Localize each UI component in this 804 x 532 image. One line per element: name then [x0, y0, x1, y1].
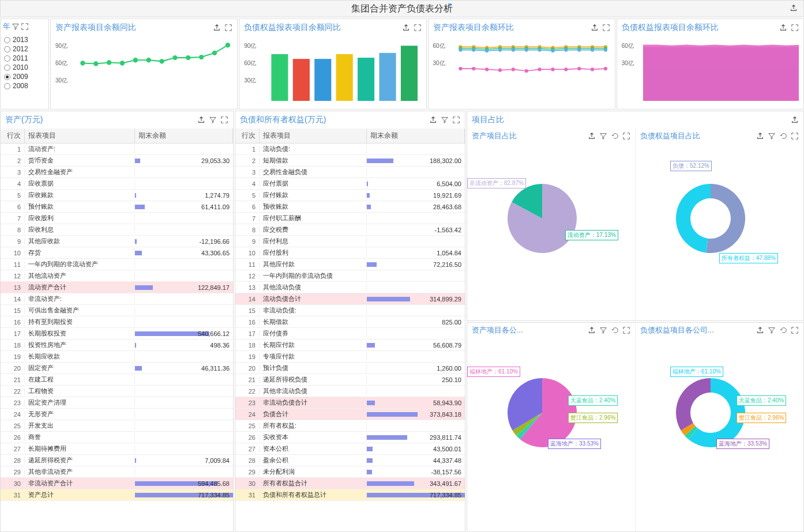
export-icon[interactable]: [790, 4, 798, 12]
table-row[interactable]: 23 固定资产清理: [1, 397, 233, 409]
table-row[interactable]: 11 一年内到期的非流动资产: [1, 259, 233, 270]
year-option[interactable]: 2010: [4, 63, 45, 72]
table-row[interactable]: 13 流动资产合计 122,849.17: [1, 282, 233, 293]
table-row[interactable]: 15 非流动负债:: [235, 305, 465, 316]
radio-icon[interactable]: [4, 55, 10, 62]
table-row[interactable]: 7 应付职工薪酬: [235, 213, 465, 224]
table-row[interactable]: 27 长期待摊费用: [1, 443, 233, 455]
filter-icon[interactable]: [441, 116, 449, 124]
export-icon[interactable]: [588, 326, 596, 334]
expand-icon[interactable]: [220, 116, 228, 124]
table-row[interactable]: 20 固定资产 46,311.36: [1, 363, 233, 374]
table-row[interactable]: 12 一年内到期的非流动负债: [235, 270, 465, 282]
table-row[interactable]: 15 可供出售金融资产: [1, 305, 233, 316]
table-row[interactable]: 6 预付账款 61,411.09: [1, 201, 233, 213]
radio-icon[interactable]: [4, 37, 10, 43]
col-amount[interactable]: 期末余额: [367, 129, 465, 143]
table-row[interactable]: 11 其他应付款 72,216.50: [235, 259, 465, 270]
filter-icon[interactable]: [768, 132, 776, 140]
table-row[interactable]: 9 应付利息: [235, 236, 465, 247]
export-icon[interactable]: [588, 132, 596, 140]
expand-icon[interactable]: [452, 116, 460, 124]
filter-indicator-icon[interactable]: ▼: [447, 2, 453, 8]
export-icon[interactable]: [791, 116, 799, 124]
filter-icon[interactable]: [599, 326, 607, 334]
export-icon[interactable]: [429, 116, 437, 124]
table-row[interactable]: 1 流动负债:: [235, 144, 465, 155]
table-row[interactable]: 24 负债合计 373,843.18: [235, 409, 465, 420]
table-row[interactable]: 21 在建工程: [1, 374, 233, 386]
year-option[interactable]: 2009: [4, 72, 45, 81]
table-row[interactable]: 8 应收利息: [1, 224, 233, 236]
table-row[interactable]: 18 长期应付款 56,608.79: [235, 339, 465, 351]
undo-icon[interactable]: [611, 132, 619, 140]
table-row[interactable]: 25 开发支出: [1, 420, 233, 432]
table-row[interactable]: 24 无形资产: [1, 409, 233, 420]
table-row[interactable]: 22 其他非流动负债: [235, 386, 465, 397]
table-row[interactable]: 5 应收账款 1,274.79: [1, 190, 233, 201]
table-row[interactable]: 22 工程物资: [1, 386, 233, 397]
table-row[interactable]: 23 非流动负债合计 58,943.90: [235, 397, 465, 409]
export-icon[interactable]: [779, 24, 787, 32]
export-icon[interactable]: [756, 326, 764, 334]
table-row[interactable]: 21 递延所得税负债 250.10: [235, 374, 465, 386]
table-row[interactable]: 13 其他流动负债: [235, 282, 465, 293]
expand-icon[interactable]: [791, 24, 799, 32]
radio-icon[interactable]: [4, 83, 10, 89]
export-icon[interactable]: [591, 24, 599, 32]
radio-icon[interactable]: [4, 46, 10, 52]
table-row[interactable]: 31 资产总计 717,334.85: [1, 489, 233, 501]
table-row[interactable]: 26 商誉: [1, 432, 233, 443]
undo-icon[interactable]: [779, 326, 787, 334]
table-row[interactable]: 14 流动负债合计 314,899.29: [235, 293, 465, 305]
table-row[interactable]: 17 长期股权投资 540,666.12: [1, 328, 233, 339]
export-icon[interactable]: [402, 24, 410, 32]
table-row[interactable]: 19 专项应付款: [235, 351, 465, 363]
table-row[interactable]: 29 其他非流动资产: [1, 466, 233, 478]
table-row[interactable]: 14 非流动资产:: [1, 293, 233, 305]
table-row[interactable]: 10 应付股利 1,054.84: [235, 247, 465, 259]
table-row[interactable]: 3 交易性金融负债: [235, 167, 465, 178]
table-row[interactable]: 16 持有至到期投资: [1, 316, 233, 328]
table-row[interactable]: 5 应付账款 19,921.69: [235, 190, 465, 201]
table-row[interactable]: 18 投资性房地产 498.36: [1, 339, 233, 351]
table-row[interactable]: 25 所有者权益:: [235, 420, 465, 432]
col-item[interactable]: 报表项目: [25, 129, 135, 143]
table-row[interactable]: 28 盈余公积 44,337.48: [235, 455, 465, 466]
year-option[interactable]: 2013: [4, 35, 45, 44]
expand-icon[interactable]: [602, 24, 610, 32]
pie-chart[interactable]: [473, 149, 611, 288]
filter-icon[interactable]: [12, 22, 20, 31]
table-row[interactable]: 10 存货 43,306.65: [1, 247, 233, 259]
table-row[interactable]: 19 长期应收款: [1, 351, 233, 363]
undo-icon[interactable]: [611, 326, 619, 334]
export-icon[interactable]: [756, 132, 764, 140]
table-row[interactable]: 4 应付票据 6,504.00: [235, 178, 465, 190]
year-option[interactable]: 2012: [4, 44, 45, 54]
table-row[interactable]: 30 所有者权益合计 343,491.67: [235, 478, 465, 489]
table-row[interactable]: 2 短期借款 188,302.00: [235, 155, 465, 167]
filter-icon[interactable]: [599, 132, 607, 140]
table-row[interactable]: 4 应收票据: [1, 178, 233, 190]
table-row[interactable]: 8 应交税费 -1,563.42: [235, 224, 465, 236]
col-row[interactable]: 行次: [1, 129, 25, 143]
table-row[interactable]: 27 资本公积 43,500.01: [235, 443, 465, 455]
year-option[interactable]: 2008: [4, 81, 45, 90]
expand-icon[interactable]: [622, 326, 630, 334]
col-amount[interactable]: 期末余额: [135, 129, 233, 143]
table-row[interactable]: 3 交易性金融资产: [1, 167, 233, 178]
table-row[interactable]: 16 长期借款 825.00: [235, 316, 465, 328]
table-row[interactable]: 26 实收资本 293,811.74: [235, 432, 465, 443]
table-row[interactable]: 2 货币资金 29,053.30: [1, 155, 233, 167]
col-item[interactable]: 报表项目: [260, 129, 367, 143]
export-icon[interactable]: [213, 24, 221, 32]
table-row[interactable]: 31 负债和所有者权益总计 717,334.85: [235, 489, 465, 501]
table-row[interactable]: 6 预收账款 28,463.68: [235, 201, 465, 213]
radio-icon[interactable]: [4, 65, 10, 71]
table-row[interactable]: 17 应付债券: [235, 328, 465, 339]
expand-icon[interactable]: [224, 24, 232, 32]
expand-icon[interactable]: [414, 24, 422, 32]
table-row[interactable]: 7 应收股利: [1, 213, 233, 224]
table-row[interactable]: 30 非流动资产合计 594,485.68: [1, 478, 233, 489]
table-row[interactable]: 29 未分配利润 -38,157.56: [235, 466, 465, 478]
